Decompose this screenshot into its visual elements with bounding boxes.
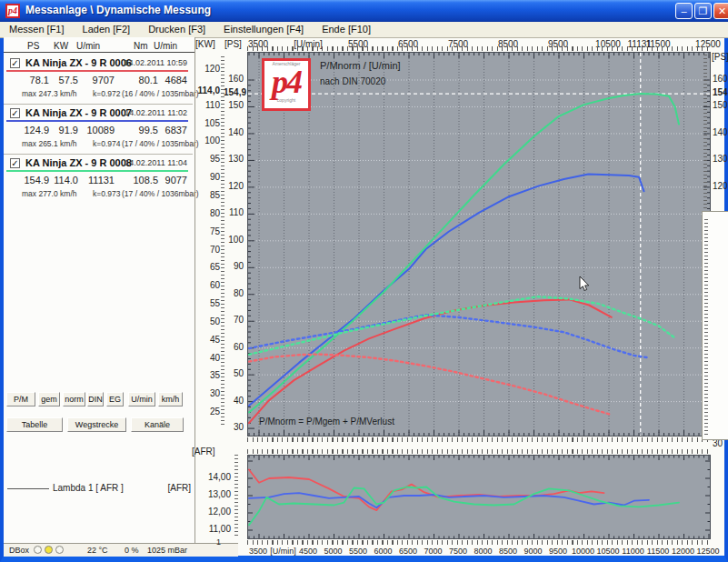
title-bar[interactable]: p4 Messanlage \ Dynamische Messung – ❐ ✕: [0, 0, 728, 22]
run-k-factor: k=0.974: [93, 139, 121, 148]
ps-left-tick-130: 130: [224, 154, 244, 164]
kw-tick-95: 95: [194, 154, 220, 164]
afr-tick-12: 12,00: [205, 507, 231, 517]
ps-left-tick-160: 160: [224, 74, 244, 84]
ps-right-tick-130: 130: [713, 154, 728, 164]
page-indicator: 1: [216, 537, 221, 547]
kw-tick-30: 30: [194, 388, 220, 398]
run-nm: 80.1: [131, 75, 158, 85]
filter-button-din[interactable]: DIN: [87, 392, 104, 406]
filter-button-umin[interactable]: U/min: [128, 392, 155, 406]
kw-tick-80: 80: [194, 208, 220, 218]
filter-button-norm[interactable]: norm: [63, 392, 85, 406]
filter-button-gem[interactable]: gem: [38, 392, 60, 406]
ps-right-tick-150: 150: [713, 100, 728, 110]
run-datetime: 14.02.2011 11:04: [125, 158, 187, 167]
afr-x-tick-4500: 4500: [299, 547, 317, 556]
chart-footnote: P/Mnorm = P/Mgem + P/MVerlust: [259, 416, 394, 427]
run-separator: [4, 104, 193, 105]
maximize-button[interactable]: ❐: [694, 3, 712, 19]
kw-tick-50: 50: [194, 316, 220, 326]
run-conditions: (17 / 40% / 1036mbar): [122, 189, 199, 198]
ps-left-tick-150: 150: [224, 100, 244, 110]
afr-x-tick-5500: 5500: [349, 547, 367, 556]
nm-axis-ticks: [704, 219, 708, 437]
ps-right-tick-120: 120: [713, 181, 728, 191]
menu-item-ende[interactable]: Ende [F10]: [313, 22, 380, 37]
run-checkbox[interactable]: ✓: [10, 58, 20, 68]
menu-item-laden[interactable]: Laden [F2]: [74, 22, 140, 37]
run-color-line: [6, 170, 188, 172]
run-nm-rpm: 6837: [160, 125, 187, 135]
ps-left-tick-140: 140: [224, 127, 244, 137]
afr-x-tick-8000: 8000: [474, 547, 492, 556]
run-color-line: [6, 120, 188, 122]
runs-panel: PS KW U/min Nm U/min ✓KA Ninja ZX - 9 R …: [4, 37, 194, 543]
ps-right-tick-highlight: 154,9: [713, 87, 728, 97]
ps-left-tick-110: 110: [224, 207, 244, 217]
run-nm: 99.5: [131, 125, 158, 135]
run-item-1[interactable]: ✓KA Ninja ZX - 9 R 000714.02.2011 11:021…: [4, 106, 193, 156]
col-header-nm: Nm: [134, 41, 148, 51]
ps-right-tick-140: 140: [713, 127, 728, 137]
kw-tick-highlight: 114,0: [194, 85, 220, 95]
col-header-ps: PS: [27, 41, 39, 51]
pressure-value: 1025 mBar: [147, 546, 187, 555]
view-button-tabelle[interactable]: Tabelle: [6, 417, 63, 432]
ps-left-tick-highlight: 154,9: [224, 87, 244, 97]
status-led-2: [45, 546, 53, 554]
mouse-cursor: [580, 276, 589, 290]
run-checkbox[interactable]: ✓: [10, 108, 20, 118]
afr-x-tick-8500: 8500: [499, 547, 517, 556]
ps-left-tick-120: 120: [224, 181, 244, 191]
run-rpm: 9707: [82, 75, 115, 85]
kw-tick-70: 70: [194, 245, 220, 255]
ps-right-axis-ticks: [703, 55, 707, 209]
run-k-factor: k=0.973: [93, 189, 121, 198]
ps-left-tick-50: 50: [224, 368, 244, 378]
close-button[interactable]: ✕: [713, 3, 728, 19]
run-max-speed: max 247.3 km/h: [22, 89, 76, 98]
afr-axis-ticks: [234, 455, 238, 538]
header-divider: [4, 52, 194, 53]
run-kw: 57.5: [53, 75, 78, 85]
kw-tick-55: 55: [194, 298, 220, 308]
menu-item-einstellungen[interactable]: Einstellungen [F4]: [214, 22, 313, 37]
view-button-wegstrecke[interactable]: Wegstrecke: [67, 417, 126, 432]
status-bar: DBox 22 °C 0 % 1025 mBar: [4, 543, 238, 557]
menu-item-drucken[interactable]: Drucken [F3]: [139, 22, 214, 37]
view-button-kanle[interactable]: Kanäle: [131, 417, 184, 432]
lambda-unit-label: [AFR]: [160, 483, 191, 493]
col-header-rpm: U/min: [76, 41, 100, 51]
minimize-button[interactable]: –: [675, 3, 693, 19]
run-item-2[interactable]: ✓KA Ninja ZX - 9 R 000814.02.2011 11:041…: [4, 156, 193, 206]
afr-x-tick-11500: 11500: [647, 547, 669, 556]
filter-button-eg[interactable]: EG: [106, 392, 124, 406]
afr-tick-11: 11,00: [205, 524, 231, 534]
main-bottom-axis-ticks: [247, 437, 711, 442]
run-item-0[interactable]: ✓KA Ninja ZX - 9 R 000614.02.2011 10:597…: [4, 56, 193, 105]
kw-tick-45: 45: [194, 335, 220, 345]
filter-button-pm[interactable]: P/M: [6, 392, 35, 406]
filter-button-kmh[interactable]: km/h: [158, 392, 183, 406]
run-conditions: (17 / 40% / 1035mbar): [122, 139, 199, 148]
ps-left-tick-70: 70: [224, 315, 244, 325]
kw-tick-60: 60: [194, 280, 220, 290]
run-name: KA Ninja ZX - 9 R 0007: [25, 107, 132, 118]
run-kw: 114.0: [53, 175, 78, 186]
run-ps: 78.1: [24, 75, 49, 85]
app-window: p4 Messanlage \ Dynamische Messung – ❐ ✕…: [0, 0, 728, 562]
afr-x-tick-5000: 5000: [324, 547, 342, 556]
kw-tick-105: 105: [194, 118, 220, 128]
run-nm: 108.5: [131, 175, 158, 186]
afr-x-tick-12000: 12000: [672, 547, 694, 556]
chart-title: P/Mnorm / [U/min]: [320, 60, 401, 71]
panel-separator: [194, 37, 195, 556]
run-rpm: 11131: [82, 175, 115, 186]
menu-bar: Messen [F1]Laden [F2]Drucken [F3]Einstel…: [0, 22, 728, 38]
afr-x-tick-11000: 11000: [622, 547, 643, 556]
afr-chart-plot: [247, 455, 711, 539]
ps-left-tick-80: 80: [224, 288, 244, 298]
run-checkbox[interactable]: ✓: [10, 158, 20, 168]
menu-item-messen[interactable]: Messen [F1]: [0, 22, 74, 37]
